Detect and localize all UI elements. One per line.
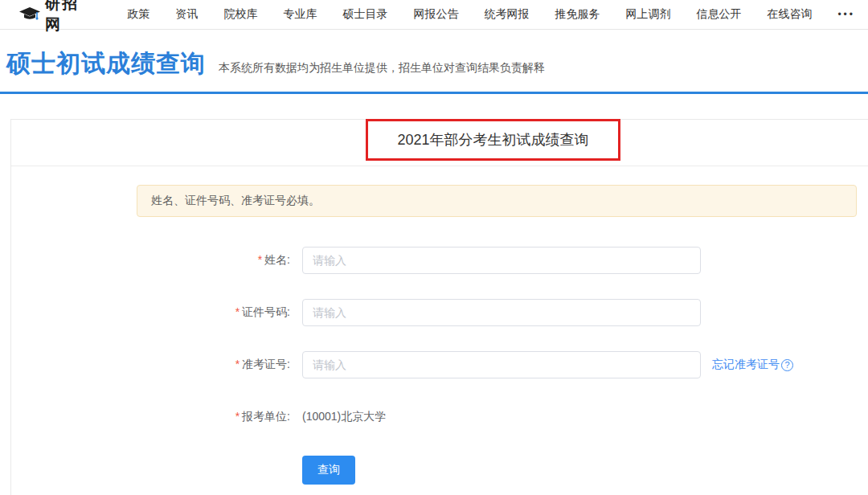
apply-unit-value: (10001)北京大学 [302,410,386,424]
card-title-row: 2021年部分考生初试成绩查询 [11,120,868,166]
red-annotation-box: 2021年部分考生初试成绩查询 [366,119,620,161]
id-number-label: *证件号码: [11,305,290,320]
apply-unit-label: *报考单位: [11,410,290,424]
nav-more-dots[interactable]: ••• [825,9,868,20]
page-heading: 硕士初试成绩查询 本系统所有数据均为招生单位提供，招生单位对查询结果负责解释 [0,30,868,80]
admission-ticket-input[interactable] [302,351,701,378]
form-row-name: *姓名: [11,247,868,274]
page-subtitle: 本系统所有数据均为招生单位提供，招生单位对查询结果负责解释 [219,61,545,76]
required-fields-notice: 姓名、证件号码、准考证号必填。 [137,185,857,217]
nav-item-unified-exam-registration[interactable]: 统考网报 [471,7,542,22]
nav-item-exemption-service[interactable]: 推免服务 [542,7,612,22]
nav-item-online-adjustment[interactable]: 网上调剂 [612,7,683,22]
forgot-admission-ticket-link[interactable]: 忘记准考证号? [712,358,793,372]
nav-item-online-consult[interactable]: 在线咨询 [754,7,825,22]
top-navigation-bar: 研招网 政策 资讯 院校库 专业库 硕士目录 网报公告 统考网报 推免服务 网上… [0,0,868,30]
nav-item-info-disclosure[interactable]: 信息公开 [683,7,754,22]
form-row-id-number: *证件号码: [11,299,868,326]
required-asterisk: * [258,253,262,266]
score-query-card: 2021年部分考生初试成绩查询 姓名、证件号码、准考证号必填。 *姓名: *证件… [10,119,868,495]
admission-ticket-label: *准考证号: [11,358,290,372]
nav-item-college-database[interactable]: 院校库 [211,7,270,22]
page-title: 硕士初试成绩查询 [6,47,206,80]
site-logo[interactable]: 研招网 [19,0,95,35]
site-logo-text: 研招网 [45,0,95,35]
card-title: 2021年部分考生初试成绩查询 [397,130,588,149]
required-asterisk: * [235,410,240,423]
query-form: *姓名: *证件号码: *准考证号: 忘记准考证号? *报考单位: (10001… [11,247,868,485]
required-asterisk: * [235,358,240,370]
submit-row: 查询 [302,456,868,485]
main-nav: 政策 资讯 院校库 专业库 硕士目录 网报公告 统考网报 推免服务 网上调剂 信… [114,7,868,22]
blue-divider-rule [0,92,868,94]
form-row-apply-unit: *报考单位: (10001)北京大学 [11,403,868,431]
nav-item-master-catalog[interactable]: 硕士目录 [330,7,400,22]
nav-item-news[interactable]: 资讯 [162,7,211,22]
nav-item-registration-notice[interactable]: 网报公告 [400,7,471,22]
form-row-admission-ticket: *准考证号: 忘记准考证号? [11,351,868,378]
required-asterisk: * [235,305,240,318]
id-number-input[interactable] [302,299,701,326]
help-question-icon: ? [781,359,793,371]
name-label: *姓名: [11,253,290,268]
card-body: 姓名、证件号码、准考证号必填。 *姓名: *证件号码: *准考证号: 忘记准考证… [11,166,868,485]
graduation-cap-icon [19,7,40,22]
name-input[interactable] [302,247,701,274]
nav-item-policy[interactable]: 政策 [114,7,162,22]
query-submit-button[interactable]: 查询 [302,456,355,485]
nav-item-major-database[interactable]: 专业库 [270,7,330,22]
